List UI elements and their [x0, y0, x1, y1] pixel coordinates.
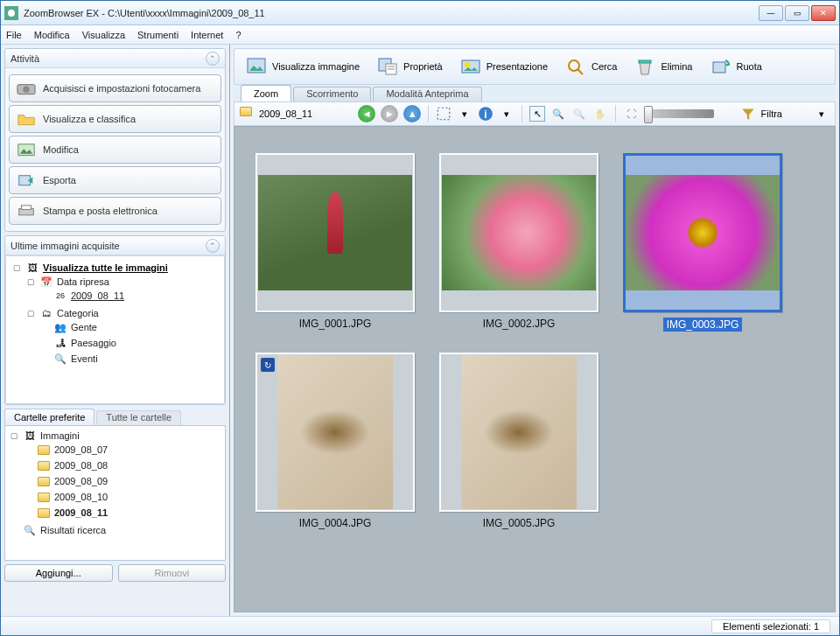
- menu-file[interactable]: File: [6, 30, 22, 40]
- tree-landscape[interactable]: 🏞Paesaggio: [41, 337, 220, 349]
- pictures-icon: 🖼: [23, 430, 37, 442]
- add-folder-button[interactable]: Aggiungi...: [4, 564, 113, 582]
- menu-internet[interactable]: Internet: [191, 30, 223, 40]
- fav-folder[interactable]: 2009_08_07: [24, 444, 223, 456]
- tree-all-images[interactable]: ▢🖼Visualizza tutte le immagini: [13, 262, 220, 274]
- latest-tree: ▢🖼Visualizza tutte le immagini ▢📅Data ri…: [5, 255, 225, 404]
- fav-folder[interactable]: 2009_08_11: [24, 507, 223, 519]
- tree-people[interactable]: 👥Gente: [41, 321, 220, 333]
- folder-icon: [37, 444, 51, 456]
- slideshow-button[interactable]: Presentazione: [456, 53, 557, 80]
- date-icon: 26: [53, 290, 67, 302]
- dropdown-icon[interactable]: ▾: [457, 106, 472, 122]
- category-icon: 🗂: [39, 307, 53, 319]
- menu-help[interactable]: ?: [235, 30, 241, 40]
- latest-header[interactable]: Ultime immagini acquisite ⌃: [5, 236, 225, 255]
- app-window: ZoomBrowser EX - C:\Utenti\xxxx\Immagini…: [0, 0, 840, 636]
- delete-button[interactable]: Elimina: [630, 53, 702, 80]
- pointer-icon[interactable]: ↖: [529, 106, 545, 122]
- fav-search-results[interactable]: 🔍Risultati ricerca: [10, 524, 223, 536]
- fav-folder[interactable]: 2009_08_09: [24, 475, 223, 487]
- thumbnail-frame[interactable]: [439, 153, 598, 312]
- search-results-icon: 🔍: [23, 524, 37, 536]
- tab-zoom[interactable]: Zoom: [241, 85, 291, 101]
- tab-all-folders[interactable]: Tutte le cartelle: [96, 410, 181, 425]
- titlebar: ZoomBrowser EX - C:\Utenti\xxxx\Immagini…: [1, 1, 839, 25]
- images-icon: 🖼: [25, 262, 39, 274]
- thumbnail-area[interactable]: IMG_0001.JPG IMG_0002.JPG IMG_0003.JPG ↻…: [234, 126, 836, 612]
- favorites-tree: ▢🖼Immagini 2009_08_072009_08_082009_08_0…: [4, 425, 226, 561]
- fav-root[interactable]: ▢🖼Immagini: [10, 430, 223, 442]
- tab-scroll[interactable]: Scorrimento: [293, 87, 371, 101]
- thumbnail-frame[interactable]: [256, 153, 415, 312]
- tree-events[interactable]: 🔍Eventi: [41, 353, 220, 365]
- menubar: File Modifica Visualizza Strumenti Inter…: [1, 25, 839, 45]
- tab-favorite-folders[interactable]: Cartelle preferite: [4, 409, 94, 425]
- thumbnail[interactable]: IMG_0001.JPG: [252, 153, 418, 332]
- fav-folder[interactable]: 2009_08_10: [24, 491, 223, 503]
- tree-category[interactable]: ▢🗂Categoria: [27, 307, 220, 319]
- maximize-button[interactable]: ▭: [785, 5, 809, 21]
- activity-header[interactable]: Attività ⌃: [5, 49, 225, 68]
- export-button[interactable]: Esporta: [9, 166, 221, 194]
- nav-up-button[interactable]: ▲: [403, 105, 421, 122]
- info-icon[interactable]: i: [478, 106, 494, 122]
- print-label: Stampa e posta elettronica: [43, 206, 158, 216]
- thumbnail-frame[interactable]: [623, 153, 782, 312]
- tree-date-value[interactable]: 262009_08_11: [41, 290, 220, 302]
- thumbnail-label: IMG_0002.JPG: [483, 318, 556, 330]
- minimize-button[interactable]: —: [759, 5, 783, 21]
- fit-icon[interactable]: ⛶: [623, 106, 639, 122]
- dropdown-icon[interactable]: ▾: [814, 106, 830, 122]
- close-button[interactable]: ✕: [811, 5, 836, 21]
- filter-icon[interactable]: [740, 106, 756, 122]
- remove-folder-button[interactable]: Rimuovi: [118, 564, 227, 582]
- modify-button[interactable]: Modifica: [9, 136, 221, 164]
- zoom-in-icon[interactable]: 🔍: [550, 106, 566, 122]
- rotate-button[interactable]: Ruota: [705, 53, 771, 80]
- thumbnail-frame[interactable]: [439, 353, 598, 512]
- zoom-out-icon[interactable]: 🔍: [571, 106, 587, 122]
- trash-icon: [634, 57, 655, 76]
- tab-preview[interactable]: Modalità Anteprima: [373, 87, 481, 101]
- view-image-button[interactable]: Visualizza immagine: [242, 53, 369, 80]
- print-button[interactable]: Stampa e posta elettronica: [9, 197, 221, 225]
- svg-text:i: i: [484, 108, 486, 121]
- select-tool-icon[interactable]: [436, 106, 452, 122]
- statusbar: Elementi selezionati: 1: [1, 616, 839, 635]
- svg-rect-17: [639, 60, 651, 63]
- dropdown-icon[interactable]: ▾: [499, 106, 514, 122]
- export-icon: [17, 172, 36, 188]
- thumbnail-image: [461, 355, 577, 509]
- menu-view[interactable]: Visualizza: [82, 30, 125, 40]
- acquire-button[interactable]: Acquisisci e impostazioni fotocamera: [9, 74, 221, 102]
- calendar-icon: 📅: [39, 276, 53, 288]
- thumbnail-label: IMG_0004.JPG: [299, 517, 372, 529]
- search-button[interactable]: Cerca: [561, 53, 626, 80]
- zoom-slider[interactable]: [644, 109, 714, 118]
- filter-label[interactable]: Filtra: [761, 108, 782, 119]
- printer-icon: [17, 203, 36, 219]
- hand-icon[interactable]: ✋: [592, 106, 608, 122]
- window-title: ZoomBrowser EX - C:\Utenti\xxxx\Immagini…: [24, 8, 759, 18]
- thumbnail-frame[interactable]: ↻: [256, 353, 415, 512]
- fav-folder[interactable]: 2009_08_08: [24, 459, 223, 472]
- nav-forward-button[interactable]: ►: [381, 105, 398, 122]
- sidebar: Attività ⌃ Acquisisci e impostazioni fot…: [1, 45, 230, 616]
- menu-tools[interactable]: Strumenti: [137, 30, 178, 40]
- window-controls: — ▭ ✕: [759, 5, 836, 21]
- menu-edit[interactable]: Modifica: [34, 30, 70, 40]
- properties-button[interactable]: Proprietà: [373, 53, 452, 80]
- thumbnail-image: [626, 175, 780, 290]
- thumbnail[interactable]: IMG_0002.JPG: [436, 153, 602, 332]
- thumbnail[interactable]: IMG_0005.JPG: [436, 353, 602, 529]
- latest-header-label: Ultime immagini acquisite: [10, 241, 120, 251]
- tree-date-taken[interactable]: ▢📅Data ripresa: [27, 276, 220, 288]
- classify-button[interactable]: Visualizza e classifica: [9, 105, 221, 133]
- nav-back-button[interactable]: ◄: [358, 105, 375, 122]
- thumbnail[interactable]: IMG_0003.JPG: [620, 153, 786, 332]
- svg-rect-18: [713, 62, 725, 73]
- svg-point-14: [465, 62, 470, 67]
- thumbnail[interactable]: ↻ IMG_0004.JPG: [252, 353, 418, 529]
- properties-icon: [377, 57, 398, 76]
